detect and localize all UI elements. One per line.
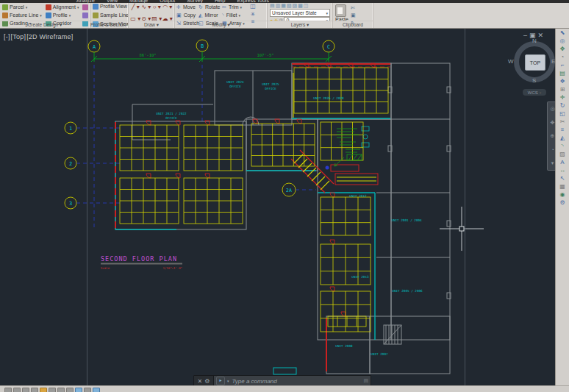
viewport-view-control[interactable]: [Top] (11, 33, 26, 40)
transparency-icon[interactable] (93, 388, 100, 392)
polar-tracking-icon[interactable] (40, 388, 47, 392)
panel-clipboard: Paste ✄ ▣ ✎ Clipboard (333, 3, 373, 28)
scale-tool-icon[interactable]: ◱ (559, 110, 565, 118)
tab-help[interactable]: Help (215, 0, 225, 3)
layer-tool-icon[interactable]: ▤ (559, 69, 565, 77)
view-tool-icon[interactable]: ◉ (560, 190, 565, 199)
table-icon[interactable]: ▦ (559, 182, 565, 190)
close-icon[interactable]: ✕ (537, 32, 545, 39)
door-swings (146, 63, 375, 316)
trim-button[interactable]: ✂Trim▾ (222, 4, 248, 12)
layer-properties-icon[interactable]: ▤ (270, 3, 275, 9)
osnap-icon[interactable] (49, 388, 56, 392)
snap-icon[interactable] (13, 388, 21, 392)
group-icon[interactable]: ⊞ (560, 85, 565, 93)
dimension-a-b: 86'-10" (139, 53, 156, 57)
profile-button[interactable]: Profile▾ (46, 12, 79, 20)
tab-survey[interactable]: Survey (187, 0, 203, 3)
arc-icon[interactable]: ◠ ▾ (162, 4, 173, 15)
chevron-down-icon: ▾ (326, 10, 328, 16)
grid-bubble-b: B (201, 43, 204, 49)
orbit-icon[interactable]: ◔ (551, 147, 554, 152)
fillet-tool-icon[interactable]: ◝ (561, 142, 563, 150)
ucs-icon[interactable] (66, 388, 74, 392)
move-tool-icon[interactable]: ✛ (560, 93, 565, 101)
leader-icon[interactable]: ↖ (560, 174, 565, 182)
line-icon[interactable]: ╱ ▾ (130, 4, 141, 15)
copy-button[interactable]: ▣Copy (176, 12, 198, 20)
text-tool-icon[interactable]: A (560, 158, 564, 166)
block-icon[interactable]: ❖ (559, 77, 565, 85)
layer-state-dropdown[interactable]: Unsaved Layer State▾ (270, 9, 330, 17)
pan-icon[interactable]: ✥ (551, 120, 555, 126)
trim-tool-icon[interactable]: ✂ (560, 118, 565, 126)
layer-off-icon[interactable]: ▩ (298, 3, 303, 9)
command-input[interactable]: Type a command (232, 378, 364, 385)
rotate-button[interactable]: ↻Rotate (198, 4, 222, 12)
offset-icon[interactable]: ≡ (561, 126, 565, 134)
zoom-icon[interactable]: ◎ (560, 37, 565, 45)
tab-analyze[interactable]: Analyze (76, 0, 95, 3)
viewcube-north[interactable]: N (532, 38, 537, 44)
panel-label-create-design[interactable]: Create Design ▾ (0, 21, 90, 28)
assembly-button[interactable]: Assembly▾ (82, 12, 90, 20)
mirror-tool-icon[interactable]: ◭ (560, 134, 565, 142)
model-space-canvas[interactable]: A B C 1 2 3 2A 86'-10" 107'-5" (0, 29, 556, 386)
layer-isolate-icon[interactable]: ▧ (287, 3, 292, 9)
measure-icon[interactable]: ⌐ (561, 61, 565, 69)
move-button[interactable]: ✛Move (176, 4, 198, 12)
dimension-icon[interactable]: ↔ (559, 166, 565, 174)
mirror-button[interactable]: ◭Mirror (198, 12, 222, 20)
alignment-button[interactable]: Alignment▾ (46, 4, 79, 12)
wcs-menu[interactable]: WCS▾ (523, 89, 546, 96)
tab-view[interactable]: View (107, 0, 118, 3)
rotate-tool-icon[interactable]: ↻ (560, 101, 565, 110)
sample-lines-button[interactable]: Sample Lines (93, 13, 126, 18)
chevron-down-icon[interactable]: ▾ (551, 160, 554, 166)
fillet-button[interactable]: ◝Fillet▾ (222, 12, 248, 20)
settings-icon[interactable]: ⚙ (559, 199, 565, 207)
copy-clip-button[interactable]: ▣ (351, 13, 356, 18)
viewcube-west[interactable]: W (508, 58, 514, 65)
tab-express-tools[interactable]: Express Tools (237, 0, 268, 3)
tab-manage[interactable]: Manage (129, 0, 148, 3)
customize-wrench-icon[interactable]: ⚙ (204, 378, 210, 385)
layer-freeze-icon[interactable]: ▨ (293, 3, 298, 9)
panel-label-draw[interactable]: Draw ▾ (129, 21, 174, 28)
lineweight-icon[interactable] (84, 388, 91, 392)
object-track-icon[interactable] (57, 388, 65, 392)
layer-lock-icon[interactable]: ◫ (304, 3, 309, 9)
close-icon[interactable]: ✕ (198, 378, 203, 385)
chevron-down-icon[interactable]: ▾ (227, 379, 229, 383)
minimize-icon[interactable]: ‒ (523, 32, 529, 39)
viewport-collapse-control[interactable]: [-] (4, 33, 10, 40)
layer-prev-icon[interactable]: ▦ (281, 3, 286, 9)
command-line[interactable]: ✕ ⚙ ▸ ▾ Type a command ▤ (193, 375, 371, 386)
zoom-icon[interactable]: ⊕ (551, 133, 555, 139)
pan-icon[interactable]: ✥ (560, 45, 565, 53)
full-nav-wheel-icon[interactable]: ◎ (550, 106, 554, 112)
panel-label-modify[interactable]: Modify ▾ (175, 21, 267, 28)
hatch-tool-icon[interactable]: ▨ (559, 150, 565, 158)
grid-icon[interactable] (22, 388, 29, 392)
viewcube-south[interactable]: S (532, 77, 536, 84)
tab-output[interactable]: Output (160, 0, 175, 3)
cut-button[interactable]: ✄ (351, 5, 356, 10)
command-grip-icon[interactable]: ▤ (363, 378, 368, 384)
viewport-visual-style-control[interactable]: [2D Wireframe] (26, 33, 73, 40)
dynamic-input-icon[interactable] (75, 388, 82, 392)
circle-icon[interactable]: ○ ▾ (151, 4, 162, 15)
polyline-icon[interactable]: ∿ ▾ (141, 4, 152, 15)
viewport-divider (87, 29, 87, 386)
panel-label-layers[interactable]: Layers ▾ (268, 21, 332, 28)
ortho-icon[interactable] (31, 388, 38, 392)
profile-view-button[interactable]: Profile View▾ (93, 4, 126, 10)
infer-constraints-icon[interactable] (4, 388, 12, 392)
viewcube-top-face[interactable]: TOP (525, 54, 545, 71)
feature-line-button[interactable]: Feature Line▾ (2, 12, 42, 20)
orbit-icon[interactable]: ◔ (561, 53, 565, 61)
intersections-button[interactable]: Intersections▾ (82, 4, 90, 12)
layer-match-icon[interactable]: ▥ (276, 3, 281, 9)
parcel-button[interactable]: Parcel▾ (2, 4, 42, 12)
pointer-icon[interactable]: ⬉ (560, 29, 565, 37)
